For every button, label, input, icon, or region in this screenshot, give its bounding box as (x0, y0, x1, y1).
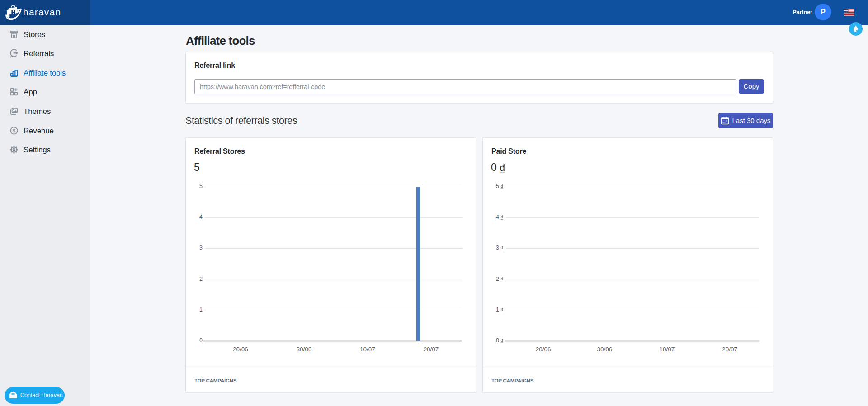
svg-text:2: 2 (199, 276, 203, 282)
svg-text:haravan: haravan (23, 7, 61, 17)
svg-text:đ: đ (501, 245, 503, 250)
svg-text:5: 5 (199, 183, 203, 189)
svg-text:20/07: 20/07 (722, 346, 737, 353)
svg-text:20/07: 20/07 (424, 346, 439, 353)
svg-text:30/06: 30/06 (297, 346, 312, 353)
svg-text:đ: đ (501, 338, 503, 343)
svg-text:2: 2 (496, 276, 499, 282)
svg-text:4: 4 (199, 214, 203, 220)
svg-text:20/06: 20/06 (233, 346, 248, 353)
svg-text:đ: đ (501, 277, 503, 281)
svg-text:đ: đ (501, 215, 503, 219)
svg-text:3: 3 (199, 245, 203, 251)
svg-text:20/06: 20/06 (536, 346, 551, 353)
svg-text:đ: đ (501, 184, 503, 189)
svg-text:đ: đ (501, 307, 503, 312)
svg-text:1: 1 (496, 307, 499, 313)
svg-text:0: 0 (496, 337, 499, 344)
svg-text:0: 0 (199, 337, 203, 344)
svg-text:1: 1 (199, 307, 203, 313)
svg-text:5: 5 (496, 183, 499, 189)
svg-text:3: 3 (496, 245, 499, 251)
svg-text:30/06: 30/06 (597, 346, 613, 353)
svg-text:10/07: 10/07 (360, 346, 375, 353)
svg-text:$: $ (13, 128, 16, 133)
svg-text:4: 4 (496, 214, 499, 220)
svg-text:10/07: 10/07 (660, 346, 675, 353)
